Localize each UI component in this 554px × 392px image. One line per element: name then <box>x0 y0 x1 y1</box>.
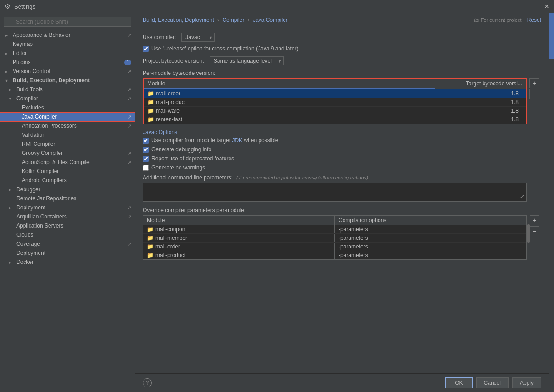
additional-params-input-area[interactable]: ⤢ <box>143 183 527 202</box>
javac-options-label: Javac Options <box>143 129 177 135</box>
table-row[interactable]: 📁 mall-order 1.8 <box>144 89 526 98</box>
module-name: mall-ware <box>156 108 180 114</box>
report-deprecated-checkbox[interactable] <box>143 156 149 162</box>
help-icon[interactable]: ? <box>143 378 152 387</box>
table-row[interactable]: 📁 renren-fast 1.8 <box>144 115 526 124</box>
sidebar-item-label: Annotation Processors <box>22 123 77 129</box>
sidebar-item-editor[interactable]: ▸ Editor <box>0 49 135 58</box>
sidebar-item-kotlin[interactable]: Kotlin Compiler <box>0 167 135 176</box>
expand-arrow-icon: ▸ <box>5 51 11 56</box>
sidebar-item-annotation[interactable]: Annotation Processors ↗ <box>0 121 135 130</box>
sidebar-item-deployment[interactable]: ▸ Deployment ↗ <box>0 203 135 212</box>
module-folder-icon: 📁 <box>147 235 154 241</box>
override-table-wrapper: Module Compilation options 📁 mall-coupon <box>143 215 527 260</box>
override-table-row[interactable]: 📁 mall-member -parameters <box>143 234 526 243</box>
table-row[interactable]: 📁 mall-ware 1.8 <box>144 107 526 115</box>
sidebar-item-compiler[interactable]: ▾ Compiler ↗ <box>0 94 135 103</box>
override-table-row[interactable]: 📁 mall-coupon -parameters <box>143 225 526 234</box>
use-compiler-checkbox-row: Use compiler from module target JDK when… <box>143 137 541 144</box>
sidebar-item-plugins[interactable]: Plugins 1 <box>0 58 135 67</box>
sidebar-item-appearance[interactable]: ▸ Appearance & Behavior ↗ <box>0 30 135 40</box>
generate-debug-checkbox[interactable] <box>143 147 149 153</box>
sidebar-item-label: Coverage <box>16 241 40 247</box>
reset-button[interactable]: Reset <box>527 17 541 23</box>
override-table-row[interactable]: 📁 mall-product -parameters <box>143 251 526 259</box>
expand-arrow-icon: ▾ <box>9 96 15 101</box>
breadcrumb-sep1: › <box>217 17 219 23</box>
ext-icon: ↗ <box>127 87 131 93</box>
module-folder-icon: 📁 <box>147 99 154 105</box>
ext-icon: ↗ <box>127 123 131 129</box>
sidebar-item-groovy[interactable]: Groovy Compiler ↗ <box>0 149 135 158</box>
remove-module-button[interactable]: − <box>529 89 539 99</box>
sidebar-item-coverage[interactable]: Coverage ↗ <box>0 239 135 248</box>
add-module-button[interactable]: + <box>529 78 539 88</box>
sidebar-item-java-compiler[interactable]: Java Compiler ↗ <box>0 112 135 121</box>
override-scrollbar[interactable] <box>527 215 530 260</box>
use-release-text: Use '--release' option for cross-compila… <box>151 45 298 52</box>
ok-button[interactable]: OK <box>445 377 472 388</box>
sidebar-item-debugger[interactable]: ▸ Debugger <box>0 185 135 194</box>
module-name-cell: 📁 renren-fast <box>147 116 431 123</box>
module-folder-icon: 📁 <box>147 90 154 97</box>
no-warnings-row: Generate no warnings <box>143 164 541 171</box>
sidebar-item-arquillian[interactable]: Arquillian Containers ↗ <box>0 212 135 221</box>
use-compiler-jdk-checkbox[interactable] <box>143 138 149 144</box>
additional-params-label: Additional command line parameters: <box>143 174 233 181</box>
compiler-select-wrapper: Javac Eclipse Ajc ▾ <box>181 33 215 42</box>
sidebar-item-validation[interactable]: Validation <box>0 130 135 139</box>
version-col-header: Target bytecode versi... <box>435 79 526 89</box>
module-name-cell: 📁 mall-ware <box>147 108 431 114</box>
ext-icon: ↗ <box>127 241 131 247</box>
breadcrumb-part3: Java Compiler <box>253 17 288 23</box>
sidebar-item-build-tools[interactable]: ▸ Build Tools ↗ <box>0 85 135 94</box>
compiler-select[interactable]: Javac Eclipse Ajc <box>181 33 215 42</box>
report-deprecated-row: Report use of deprecated features <box>143 155 541 162</box>
breadcrumb: Build, Execution, Deployment › Compiler … <box>143 17 288 23</box>
sidebar-item-label: Build, Execution, Deployment <box>13 77 90 84</box>
ext-icon: ↗ <box>127 96 131 102</box>
expand-icon[interactable]: ⤢ <box>520 194 524 200</box>
apply-button[interactable]: Apply <box>512 377 541 388</box>
override-table: Module Compilation options 📁 mall-coupon <box>143 215 527 260</box>
sidebar-item-excludes[interactable]: Excludes <box>0 103 135 112</box>
use-release-row: Use '--release' option for cross-compila… <box>143 45 541 52</box>
search-input[interactable] <box>4 17 131 27</box>
add-override-button[interactable]: + <box>529 215 539 225</box>
sidebar-item-remote-jar[interactable]: Remote Jar Repositories <box>0 194 135 203</box>
outer-scrollbar[interactable] <box>549 13 554 392</box>
sidebar-item-actionscript[interactable]: ActionScript & Flex Compile ↗ <box>0 158 135 167</box>
override-options-cell: -parameters <box>335 243 526 251</box>
search-wrapper: 🔍 <box>4 17 131 27</box>
bytecode-select[interactable]: Same as language level <box>210 56 284 65</box>
override-table-row[interactable]: 📁 mall-order -parameters <box>143 243 526 251</box>
module-name: mall-product <box>156 99 186 105</box>
breadcrumb-part2: Compiler <box>222 17 244 23</box>
sidebar-item-clouds[interactable]: Clouds <box>0 230 135 239</box>
remove-override-button[interactable]: − <box>529 226 539 236</box>
sidebar-item-deployment2[interactable]: Deployment <box>0 248 135 258</box>
window-title: Settings <box>14 3 35 10</box>
no-warnings-checkbox[interactable] <box>143 165 149 171</box>
close-icon[interactable]: ✕ <box>544 3 549 10</box>
sidebar-item-build-execution[interactable]: ▾ Build, Execution, Deployment <box>0 76 135 85</box>
cancel-button[interactable]: Cancel <box>476 377 509 388</box>
search-box: 🔍 <box>0 13 135 30</box>
sidebar-item-android[interactable]: Android Compilers <box>0 176 135 185</box>
sidebar-item-version-control[interactable]: ▸ Version Control ↗ <box>0 67 135 76</box>
sidebar-item-app-servers[interactable]: Application Servers <box>0 221 135 230</box>
override-table-header: Module Compilation options <box>143 216 526 225</box>
sidebar-item-rmi[interactable]: RMI Compiler <box>0 139 135 149</box>
ext-icon: ↗ <box>127 32 131 38</box>
override-module-cell: 📁 mall-member <box>143 234 335 242</box>
additional-params-header: Additional command line parameters: ('/'… <box>143 174 541 181</box>
per-module-label: Per-module bytecode version: <box>143 70 541 76</box>
sidebar-item-docker[interactable]: ▸ Docker <box>0 258 135 267</box>
use-release-checkbox[interactable] <box>143 46 149 52</box>
no-warnings-label: Generate no warnings <box>151 164 205 171</box>
table-row[interactable]: 📁 mall-product 1.8 <box>144 98 526 107</box>
sidebar-item-label: Appearance & Behavior <box>13 32 70 38</box>
module-folder-icon: 📁 <box>147 243 154 250</box>
sidebar-item-keymap[interactable]: Keymap <box>0 40 135 49</box>
module-name: mall-coupon <box>155 226 185 233</box>
